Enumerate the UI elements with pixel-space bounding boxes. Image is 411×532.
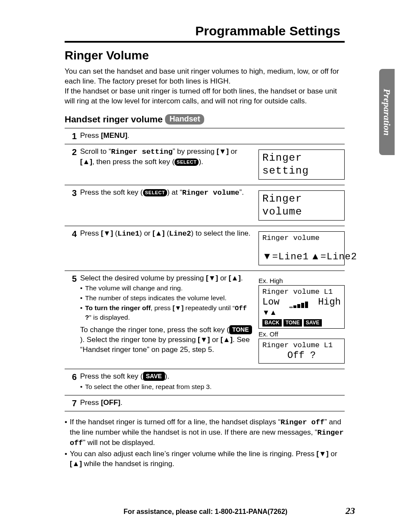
lcd-low: Low xyxy=(262,296,280,308)
step-row: 1 Press [MENU]. xyxy=(65,128,345,144)
up-key: [▲] xyxy=(153,229,165,237)
off-key: [OFF] xyxy=(101,398,120,407)
text: Press the soft key ( xyxy=(80,372,143,380)
save-softkey: SAVE xyxy=(143,372,165,381)
lcd-column: Ringer volume xyxy=(257,188,345,223)
mono: Ringer setting xyxy=(111,148,173,156)
step-number: 3 xyxy=(65,188,77,198)
notes: If the handset ringer is turned off for … xyxy=(65,417,345,469)
mono: Line1 xyxy=(118,230,140,238)
step-number: 5 xyxy=(65,274,77,284)
step-row: 6 Press the soft key (SAVE). To select t… xyxy=(65,369,345,395)
step-row: 2 Scroll to “Ringer setting” by pressing… xyxy=(65,144,345,185)
text: ”. xyxy=(239,188,243,196)
intro-text: You can set the handset and base unit ri… xyxy=(65,67,345,106)
down-key: [▼] xyxy=(206,274,218,282)
lcd-screen: Ringer volume ▼=Line1 ▲=Line2 xyxy=(258,231,345,265)
text: , then press the soft key ( xyxy=(92,158,174,166)
select-softkey: SELECT xyxy=(143,189,167,196)
step-number: 6 xyxy=(65,372,77,382)
page-header: Programmable Settings xyxy=(65,24,345,38)
softkey-row: BACK TONE SAVE xyxy=(262,319,341,327)
lcd-screen: Ringer volume xyxy=(258,190,345,221)
bullet: If the handset ringer is turned off for … xyxy=(65,417,345,448)
mono: Line2 xyxy=(169,230,191,238)
text: Press xyxy=(80,229,101,237)
menu-key: [MENU] xyxy=(101,131,127,140)
section-title: Ringer Volume xyxy=(65,49,345,62)
page: Preparation Programmable Settings Ringer… xyxy=(0,0,411,532)
text: ( xyxy=(113,229,117,237)
lcd-line1: ▼=Line1 xyxy=(262,250,309,263)
text: ) to select the line. xyxy=(191,229,251,237)
text: . xyxy=(241,274,243,282)
content: Programmable Settings Ringer Volume You … xyxy=(65,24,345,469)
step-row: 4 Press [▼] (Line1) or [▲] (Line2) to se… xyxy=(65,226,345,271)
volume-bars-icon xyxy=(290,302,308,308)
down-key: [▼] xyxy=(217,147,229,156)
save-softkey: SAVE xyxy=(304,319,322,327)
lcd-off: Off ? xyxy=(262,350,341,362)
bullet: To select the other line, repeat from st… xyxy=(80,383,340,392)
bullet: The volume will change and ring. xyxy=(80,284,252,293)
text: Press xyxy=(80,398,101,407)
page-number: 23 xyxy=(346,505,355,516)
up-key: [▲] xyxy=(80,158,92,166)
step-sub: To change the ringer tone, press the sof… xyxy=(80,325,252,355)
lcd-screen: Ringer volume L1 Low High ▼▲ BACK TONE S… xyxy=(258,285,345,329)
bullet: The number of steps indicates the volume… xyxy=(80,294,252,303)
lcd-line2: ▲=Line2 xyxy=(311,250,357,263)
lcd-column: Ex. High Ringer volume L1 Low High ▼▲ BA… xyxy=(257,274,345,367)
back-softkey: BACK xyxy=(262,319,282,327)
select-softkey: SELECT xyxy=(174,159,199,166)
text: Press xyxy=(80,131,101,140)
text: ( xyxy=(165,229,169,237)
text: . xyxy=(128,131,130,140)
text: ). xyxy=(199,158,203,166)
lcd-line: Ringer volume xyxy=(262,233,341,243)
subsection-label: Handset ringer volume xyxy=(65,114,163,124)
step-text: Press [▼] (Line1) or [▲] (Line2) to sele… xyxy=(77,229,257,239)
tone-softkey: TONE xyxy=(229,325,252,334)
step-row: 3 Press the soft key (SELECT) at “Ringer… xyxy=(65,185,345,226)
text: ). xyxy=(165,372,169,380)
step-number: 7 xyxy=(65,398,77,408)
step-text: Press [OFF]. xyxy=(77,398,345,408)
step-text: Press [MENU]. xyxy=(77,131,345,141)
lcd-line: Ringer volume L1 xyxy=(262,341,341,350)
step-number: 4 xyxy=(65,229,77,239)
lcd-line: Ringer volume L1 xyxy=(262,287,341,296)
example-label: Ex. Off xyxy=(258,330,345,338)
text: or xyxy=(229,147,237,156)
bullet: To turn the ringer off, press [▼] repeat… xyxy=(80,304,252,323)
text: . xyxy=(121,398,123,407)
bullet: You can also adjust each line’s ringer v… xyxy=(65,449,345,469)
text: Press the soft key ( xyxy=(80,188,143,196)
step-text: Press the soft key (SAVE). To select the… xyxy=(77,372,345,392)
header-rule xyxy=(65,41,345,43)
example-label: Ex. High xyxy=(258,277,345,284)
lcd-screen: Ringer volume L1 Off ? xyxy=(258,339,345,364)
text: Select the desired volume by pressing xyxy=(80,274,206,282)
step-text: Press the soft key (SELECT) at “Ringer v… xyxy=(77,188,257,198)
section-tab: Preparation xyxy=(379,69,395,155)
lcd-column: Ringer setting xyxy=(257,147,345,182)
text: ) or xyxy=(140,229,153,237)
step-row: 5 Select the desired volume by pressing … xyxy=(65,271,345,369)
down-key: [▼] xyxy=(101,229,113,237)
text: Scroll to “ xyxy=(80,147,111,156)
step-number: 1 xyxy=(65,131,77,141)
step-row: 7 Press [OFF]. xyxy=(65,395,345,411)
subsection-title: Handset ringer volume Handset xyxy=(65,114,345,124)
text: ” by pressing xyxy=(173,147,217,156)
lcd-screen: Ringer setting xyxy=(258,149,345,180)
mono: Ringer volume xyxy=(182,189,240,197)
text: ) at “ xyxy=(167,188,182,196)
step-text: Scroll to “Ringer setting” by pressing [… xyxy=(77,147,257,167)
step-number: 2 xyxy=(65,147,77,157)
tone-softkey: TONE xyxy=(283,319,302,327)
lcd-column: Ringer volume ▼=Line1 ▲=Line2 xyxy=(257,229,345,268)
up-key: [▲] xyxy=(229,274,241,282)
text: or xyxy=(218,274,229,282)
lcd-high: High xyxy=(318,296,341,308)
